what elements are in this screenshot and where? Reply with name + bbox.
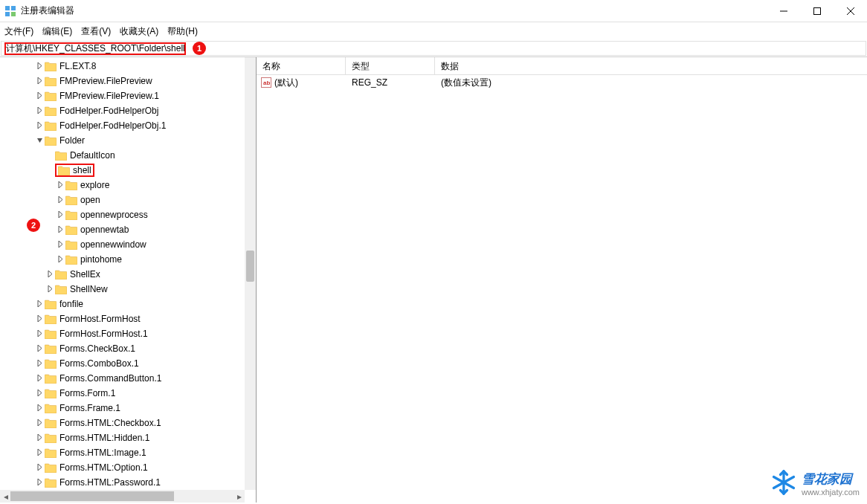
tree-item-label: DefaultIcon: [70, 150, 115, 161]
tree-item[interactable]: Forms.HTML:Image.1: [0, 445, 256, 460]
tree-item-label: FMPreview.FilePreview.1: [59, 91, 159, 101]
scrollbar-thumb[interactable]: [10, 491, 174, 501]
expand-toggle[interactable]: [45, 284, 55, 294]
menu-help[interactable]: 帮助(H): [167, 25, 198, 38]
expand-toggle[interactable]: [34, 91, 45, 101]
collapse-toggle[interactable]: [34, 135, 45, 146]
expand-toggle[interactable]: [34, 76, 45, 86]
expand-toggle[interactable]: [45, 269, 55, 280]
scrollbar-thumb[interactable]: [246, 251, 254, 282]
svg-rect-2: [5, 12, 10, 16]
expand-toggle[interactable]: [34, 61, 45, 71]
expand-toggle[interactable]: [34, 373, 45, 384]
registry-tree: FL.EXT.8FMPreview.FilePreviewFMPreview.F…: [0, 57, 256, 490]
tree-item[interactable]: DefaultIcon: [0, 148, 256, 163]
tree-item[interactable]: fonfile: [0, 297, 256, 311]
expand-toggle[interactable]: [34, 433, 45, 443]
tree-item[interactable]: Forms.Form.1: [0, 386, 256, 401]
tree-item[interactable]: FormHost.FormHost.1: [0, 326, 256, 341]
watermark: 雪花家园 www.xhjaty.com: [770, 469, 860, 498]
expand-toggle[interactable]: [34, 477, 45, 488]
horizontal-scrollbar[interactable]: ◂ ▸: [0, 490, 245, 503]
expand-toggle[interactable]: [34, 462, 45, 473]
address-bar[interactable]: 计算机\HKEY_CLASSES_ROOT\Folder\shell 1: [1, 41, 866, 56]
menu-view[interactable]: 查看(V): [81, 25, 111, 38]
expand-toggle[interactable]: [55, 224, 65, 235]
list-body: ab(默认)REG_SZ(数值未设置): [257, 75, 867, 90]
expand-toggle[interactable]: [34, 388, 45, 398]
expand-toggle[interactable]: [34, 120, 45, 131]
tree-item[interactable]: Folder: [0, 133, 256, 148]
tree-item[interactable]: FormHost.FormHost: [0, 311, 256, 326]
tree-panel: 2 FL.EXT.8FMPreview.FilePreviewFMPreview…: [0, 57, 257, 503]
expand-toggle[interactable]: [55, 195, 65, 205]
expand-toggle[interactable]: [34, 358, 45, 369]
menu-file[interactable]: 文件(F): [4, 25, 33, 38]
svg-rect-1: [11, 6, 16, 10]
tree-item[interactable]: Forms.CommandButton.1: [0, 371, 256, 386]
tree-item[interactable]: FMPreview.FilePreview: [0, 74, 256, 88]
tree-item[interactable]: Forms.CheckBox.1: [0, 341, 256, 356]
scroll-left-arrow[interactable]: ◂: [0, 490, 11, 503]
tree-item-label: Forms.CheckBox.1: [59, 343, 135, 354]
titlebar: 注册表编辑器: [0, 0, 867, 22]
tree-item[interactable]: ShellNew: [0, 282, 256, 297]
menu-edit[interactable]: 编辑(E): [42, 25, 72, 38]
tree-item-label: shell: [73, 165, 91, 175]
column-name[interactable]: 名称: [257, 57, 346, 74]
tree-item[interactable]: explore: [0, 178, 256, 193]
tree-item[interactable]: FMPreview.FilePreview.1: [0, 88, 256, 103]
tree-item-label: Forms.HTML:Checkbox.1: [59, 418, 161, 428]
tree-item-label: Forms.HTML:Option.1: [59, 462, 148, 473]
regedit-app-icon: [4, 5, 16, 17]
tree-item[interactable]: FL.EXT.8: [0, 59, 256, 74]
menu-favorites[interactable]: 收藏夹(A): [120, 25, 158, 38]
tree-item-label: FormHost.FormHost: [59, 314, 141, 324]
tree-item[interactable]: Forms.HTML:Hidden.1: [0, 430, 256, 445]
vertical-scrollbar[interactable]: [245, 57, 256, 490]
tree-item[interactable]: open: [0, 193, 256, 207]
tree-item-label: Forms.Form.1: [59, 388, 115, 398]
tree-item[interactable]: pintohome: [0, 252, 256, 267]
tree-item[interactable]: FodHelper.FodHelperObj: [0, 103, 256, 118]
expand-toggle[interactable]: [55, 210, 65, 220]
tree-item[interactable]: Forms.HTML:Checkbox.1: [0, 416, 256, 430]
annotation-callout-1: 1: [193, 42, 206, 55]
tree-item-label: Forms.HTML:Image.1: [59, 448, 146, 458]
expand-toggle[interactable]: [34, 403, 45, 413]
expand-toggle[interactable]: [34, 343, 45, 354]
window-title: 注册表编辑器: [21, 4, 767, 17]
column-type[interactable]: 类型: [346, 57, 435, 74]
tree-item-label: Forms.HTML:Password.1: [59, 477, 161, 488]
tree-item-label: FMPreview.FilePreview: [59, 76, 152, 86]
tree-item-label: opennewtab: [80, 224, 129, 235]
expand-toggle[interactable]: [34, 448, 45, 458]
list-row[interactable]: ab(默认)REG_SZ(数值未设置): [257, 75, 867, 90]
tree-item[interactable]: ShellEx: [0, 267, 256, 282]
expand-toggle[interactable]: [34, 418, 45, 428]
expand-toggle[interactable]: [55, 180, 65, 190]
tree-item[interactable]: Forms.HTML:Option.1: [0, 460, 256, 475]
expand-toggle[interactable]: [34, 329, 45, 339]
value-name-cell: ab(默认): [257, 77, 346, 89]
tree-item[interactable]: Forms.HTML:Password.1: [0, 475, 256, 490]
expand-toggle[interactable]: [55, 239, 65, 250]
tree-item[interactable]: opennewwindow: [0, 237, 256, 252]
svg-rect-0: [5, 6, 10, 10]
expand-toggle[interactable]: [34, 299, 45, 309]
tree-item[interactable]: Forms.Frame.1: [0, 401, 256, 416]
tree-item[interactable]: Forms.ComboBox.1: [0, 356, 256, 371]
expand-toggle[interactable]: [55, 254, 65, 265]
close-button[interactable]: [834, 0, 867, 22]
svg-text:ab: ab: [263, 80, 270, 86]
minimize-button[interactable]: [767, 0, 800, 22]
tree-item[interactable]: shell: [0, 163, 256, 178]
maximize-button[interactable]: [800, 0, 834, 22]
tree-item-label: FodHelper.FodHelperObj: [59, 106, 158, 116]
expand-toggle[interactable]: [34, 314, 45, 324]
column-data[interactable]: 数据: [435, 57, 867, 74]
tree-item-label: Forms.ComboBox.1: [59, 358, 139, 369]
expand-toggle[interactable]: [34, 106, 45, 116]
tree-item[interactable]: FodHelper.FodHelperObj.1: [0, 118, 256, 133]
scroll-right-arrow[interactable]: ▸: [233, 490, 245, 503]
